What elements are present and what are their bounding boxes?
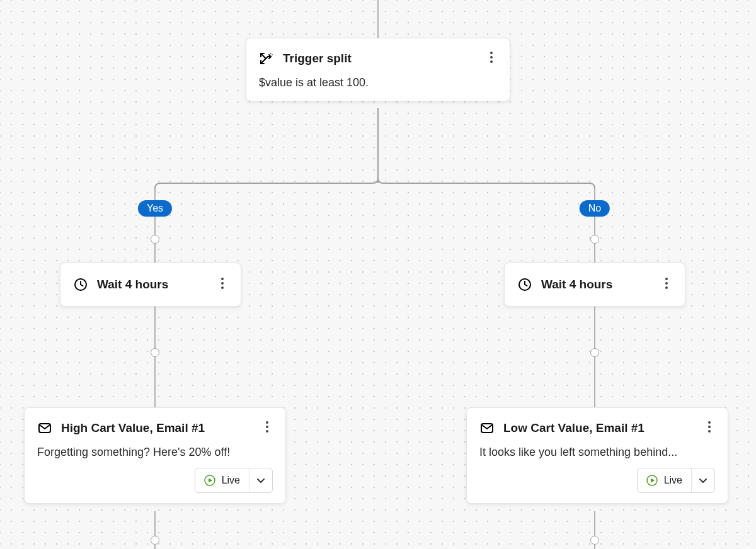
vertical-dots-icon: [490, 51, 493, 64]
svg-point-6: [221, 278, 224, 280]
svg-point-22: [708, 430, 711, 433]
split-icon: [259, 51, 274, 66]
svg-point-20: [708, 421, 711, 424]
svg-point-11: [665, 282, 668, 285]
vertical-dots-icon: [220, 277, 224, 290]
junction-dot: [151, 348, 159, 357]
more-button[interactable]: [661, 274, 672, 295]
svg-point-1: [272, 54, 273, 55]
junction-dot: [590, 235, 599, 244]
status-label: Live: [222, 475, 240, 486]
clock-icon: [517, 277, 532, 292]
mail-icon: [479, 421, 495, 436]
email-body: It looks like you left something behind.…: [479, 444, 715, 460]
trigger-split-card[interactable]: Trigger split $value is at least 100.: [246, 38, 510, 101]
play-icon: [204, 475, 215, 486]
svg-point-10: [665, 278, 668, 280]
branch-pill-no: No: [580, 200, 610, 217]
junction-dot: [590, 536, 599, 545]
status-dropdown[interactable]: Live: [195, 468, 273, 493]
junction-dot: [590, 348, 599, 357]
vertical-dots-icon: [707, 421, 711, 433]
svg-marker-24: [651, 478, 655, 483]
status-dropdown[interactable]: Live: [637, 468, 715, 493]
svg-point-15: [266, 426, 268, 428]
email-card-low-cart[interactable]: Low Cart Value, Email #1 It looks like y…: [466, 407, 728, 504]
junction-dot: [151, 536, 159, 545]
email-body: Forgetting something? Here's 20% off!: [37, 444, 273, 460]
email-card-high-cart[interactable]: High Cart Value, Email #1 Forgetting som…: [24, 407, 286, 504]
more-button[interactable]: [704, 418, 715, 438]
svg-point-8: [221, 286, 224, 289]
svg-point-2: [490, 52, 493, 54]
email-title: High Cart Value, Email #1: [61, 421, 261, 435]
vertical-dots-icon: [665, 277, 668, 290]
chevron-down-icon: [249, 475, 272, 485]
wait-title: Wait 4 hours: [97, 278, 217, 291]
svg-point-7: [221, 282, 224, 285]
svg-point-16: [266, 430, 268, 433]
wait-title: Wait 4 hours: [541, 278, 661, 291]
play-icon: [646, 475, 658, 486]
svg-point-21: [708, 426, 711, 428]
vertical-dots-icon: [265, 421, 269, 433]
mail-icon: [37, 421, 52, 436]
branch-pill-yes: Yes: [138, 200, 172, 217]
svg-point-0: [270, 53, 272, 54]
trigger-condition-text: $value is at least 100.: [259, 75, 497, 91]
more-button[interactable]: [217, 274, 228, 295]
junction-dot: [151, 235, 159, 244]
svg-point-12: [665, 286, 668, 289]
svg-marker-18: [209, 478, 212, 483]
svg-point-14: [266, 421, 268, 424]
wait-card-right[interactable]: Wait 4 hours: [504, 263, 685, 307]
clock-icon: [73, 277, 88, 292]
wait-card-left[interactable]: Wait 4 hours: [60, 263, 241, 307]
svg-point-3: [490, 56, 493, 59]
more-button[interactable]: [261, 418, 273, 438]
email-title: Low Cart Value, Email #1: [503, 421, 704, 435]
trigger-split-title: Trigger split: [283, 52, 486, 65]
svg-point-4: [490, 60, 493, 63]
chevron-down-icon: [692, 475, 714, 485]
status-label: Live: [664, 475, 682, 486]
more-button[interactable]: [486, 48, 497, 69]
flow-canvas[interactable]: Yes No Trigger split $value is at least: [0, 0, 756, 549]
